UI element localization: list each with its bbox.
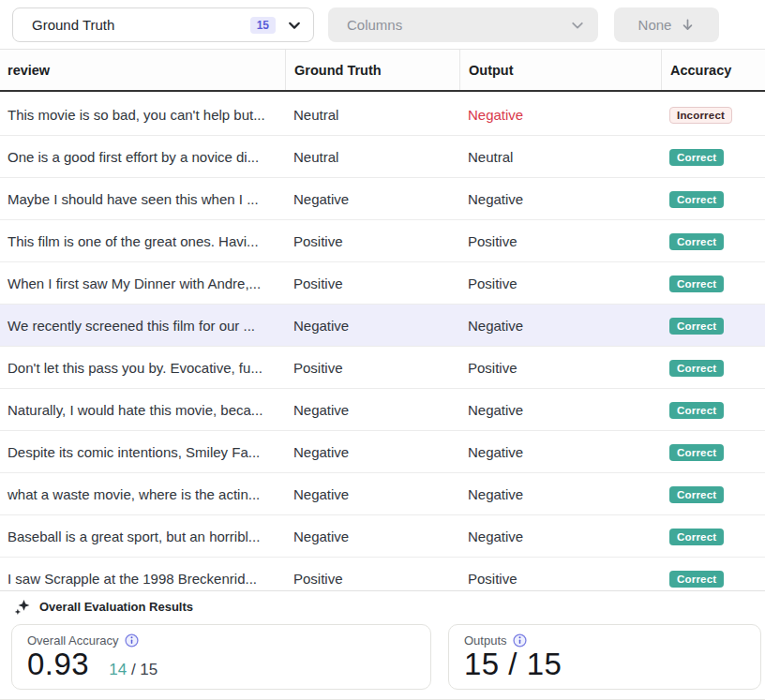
accuracy-cell: Correct xyxy=(661,401,765,419)
accuracy-cell: Correct xyxy=(661,232,765,250)
review-cell: Baseball is a great sport, but an horrib… xyxy=(0,529,285,544)
column-header-ground-truth[interactable]: Ground Truth xyxy=(285,50,459,90)
table-row[interactable]: Despite its comic intentions, Smiley Fa.… xyxy=(0,431,765,473)
accuracy-fraction: 14 / 15 xyxy=(109,661,158,679)
output-cell: Negative xyxy=(459,486,661,502)
ground-truth-cell: Negative xyxy=(285,402,459,418)
table-row[interactable]: This film is one of the great ones. Havi… xyxy=(0,220,765,262)
outputs-card: Outputs 15 / 15 xyxy=(448,624,761,690)
sort-button-label: None xyxy=(638,17,672,33)
ground-truth-cell: Negative xyxy=(285,529,459,544)
ground-truth-cell: Negative xyxy=(285,318,459,334)
ground-truth-cell: Neutral xyxy=(285,107,459,123)
accuracy-badge: Correct xyxy=(669,444,724,461)
accuracy-badge: Incorrect xyxy=(669,107,732,124)
overall-accuracy-card: Overall Accuracy 0.93 14 / 15 xyxy=(11,624,431,690)
review-cell: One is a good first effort by a novice d… xyxy=(0,149,285,165)
output-cell: Neutral xyxy=(459,149,661,165)
ground-truth-cell: Positive xyxy=(285,571,459,587)
columns-select-placeholder: Columns xyxy=(347,17,570,33)
sort-button[interactable]: None xyxy=(614,7,719,42)
review-cell: what a waste movie, where is the actin..… xyxy=(0,486,285,502)
table-row[interactable]: what a waste movie, where is the actin..… xyxy=(0,473,765,515)
review-cell: We recently screened this film for our .… xyxy=(0,318,285,334)
chevron-down-icon xyxy=(570,18,585,33)
overall-results-title: Overall Evaluation Results xyxy=(39,600,193,614)
dataset-select-label: Ground Truth xyxy=(32,17,114,33)
accuracy-cell: Correct xyxy=(661,275,765,292)
accuracy-badge: Correct xyxy=(669,149,724,166)
review-cell: This movie is so bad, you can't help but… xyxy=(0,107,285,123)
table-row[interactable]: Don't let this pass you by. Evocative, f… xyxy=(0,347,765,389)
accuracy-cell: Correct xyxy=(661,359,765,377)
info-icon[interactable] xyxy=(513,633,527,648)
output-cell: Negative xyxy=(459,318,661,334)
accuracy-cell: Correct xyxy=(661,485,765,503)
dataset-select[interactable]: Ground Truth 15 xyxy=(12,7,314,42)
accuracy-cell: Correct xyxy=(661,148,765,166)
review-cell: Don't let this pass you by. Evocative, f… xyxy=(0,360,285,376)
accuracy-badge: Correct xyxy=(669,571,724,588)
accuracy-cell: Correct xyxy=(661,317,765,335)
output-cell: Negative xyxy=(459,444,661,460)
accuracy-badge: Correct xyxy=(669,360,724,377)
info-icon[interactable] xyxy=(125,633,139,648)
accuracy-badge: Correct xyxy=(669,486,724,503)
accuracy-cell: Correct xyxy=(661,443,765,461)
overall-results-panel: Overall Evaluation Results Overall Accur… xyxy=(0,590,765,700)
table-row[interactable]: Baseball is a great sport, but an horrib… xyxy=(0,515,765,558)
review-cell: I saw Scrapple at the 1998 Breckenrid... xyxy=(0,571,285,587)
review-cell: Maybe I should have seen this when I ... xyxy=(0,191,285,207)
toolbar: Ground Truth 15 Columns None xyxy=(0,0,765,50)
table-row[interactable]: This movie is so bad, you can't help but… xyxy=(0,94,765,136)
column-header-output[interactable]: Output xyxy=(459,50,661,90)
column-header-review[interactable]: review xyxy=(0,50,285,90)
table-row[interactable]: We recently screened this film for our .… xyxy=(0,305,765,347)
review-cell: Naturally, I would hate this movie, beca… xyxy=(0,402,285,418)
ground-truth-cell: Negative xyxy=(285,444,459,460)
outputs-label: Outputs xyxy=(464,633,507,648)
ground-truth-cell: Negative xyxy=(285,191,459,207)
table-body: This movie is so bad, you can't help but… xyxy=(0,94,765,600)
accuracy-badge: Correct xyxy=(669,318,724,335)
review-cell: Despite its comic intentions, Smiley Fa.… xyxy=(0,444,285,460)
ground-truth-cell: Negative xyxy=(285,486,459,502)
ground-truth-cell: Positive xyxy=(285,360,459,376)
output-cell: Positive xyxy=(459,233,661,249)
table-row[interactable]: When I first saw My Dinner with Andre,..… xyxy=(0,262,765,305)
columns-select[interactable]: Columns xyxy=(328,7,598,42)
table-row[interactable]: One is a good first effort by a novice d… xyxy=(0,136,765,178)
ground-truth-cell: Positive xyxy=(285,233,459,249)
evaluation-results-page: Ground Truth 15 Columns None review Grou… xyxy=(0,0,765,700)
column-header-accuracy[interactable]: Accuracy xyxy=(661,50,765,90)
accuracy-badge: Correct xyxy=(669,276,724,292)
output-cell: Positive xyxy=(459,360,661,376)
review-cell: This film is one of the great ones. Havi… xyxy=(0,233,285,249)
accuracy-cell: Correct xyxy=(661,528,765,545)
row-count-badge: 15 xyxy=(250,17,276,34)
sparkles-icon xyxy=(13,598,31,616)
table-row[interactable]: Maybe I should have seen this when I ...… xyxy=(0,178,765,220)
overall-accuracy-value: 0.93 xyxy=(27,648,89,681)
outputs-value: 15 / 15 xyxy=(464,648,562,681)
output-cell: Negative xyxy=(459,107,661,123)
ground-truth-cell: Positive xyxy=(285,276,459,291)
ground-truth-cell: Neutral xyxy=(285,149,459,165)
output-cell: Negative xyxy=(459,402,661,418)
table-header: review Ground Truth Output Accuracy xyxy=(0,50,765,92)
accuracy-badge: Correct xyxy=(669,529,724,545)
output-cell: Negative xyxy=(459,529,661,544)
overall-accuracy-label: Overall Accuracy xyxy=(27,633,119,648)
accuracy-badge: Correct xyxy=(669,191,724,208)
review-cell: When I first saw My Dinner with Andre,..… xyxy=(0,276,285,291)
output-cell: Positive xyxy=(459,571,661,587)
arrow-down-icon xyxy=(681,18,695,32)
table-row[interactable]: Naturally, I would hate this movie, beca… xyxy=(0,389,765,431)
output-cell: Positive xyxy=(459,276,661,291)
accuracy-badge: Correct xyxy=(669,402,724,419)
accuracy-cell: Incorrect xyxy=(661,106,765,124)
accuracy-badge: Correct xyxy=(669,233,724,250)
accuracy-cell: Correct xyxy=(661,570,765,588)
output-cell: Negative xyxy=(459,191,661,207)
accuracy-cell: Correct xyxy=(661,190,765,208)
